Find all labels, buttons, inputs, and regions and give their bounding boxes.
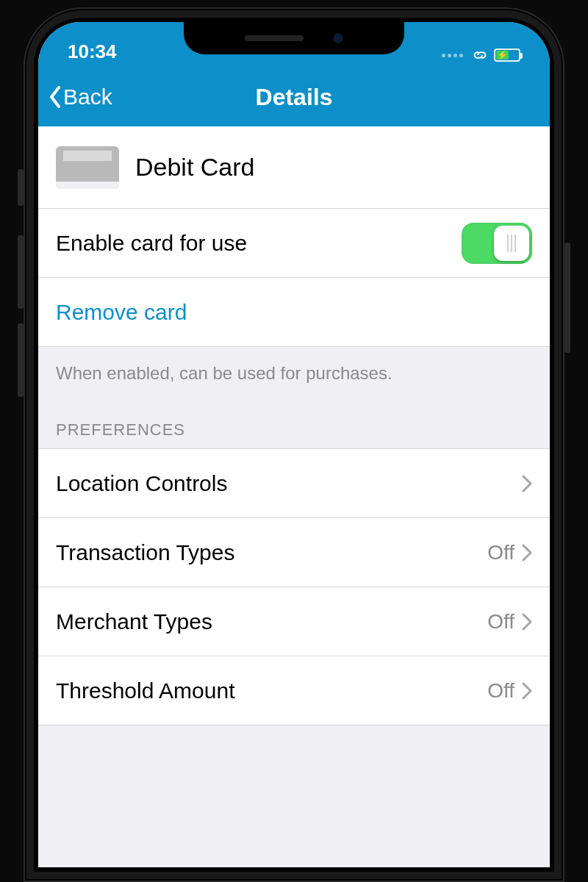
- charging-bolt-icon: ⚡: [497, 51, 508, 60]
- power-button: [564, 243, 570, 353]
- pref-value: Off: [487, 541, 514, 564]
- link-icon: [472, 47, 488, 63]
- status-right: ⚡: [442, 47, 520, 63]
- pref-row-merchant-types[interactable]: Merchant Types Off: [38, 587, 550, 656]
- pref-row-threshold-amount[interactable]: Threshold Amount Off: [38, 656, 550, 725]
- volume-switch: [18, 169, 24, 206]
- chevron-right-icon: [522, 613, 532, 631]
- enable-card-label: Enable card for use: [56, 231, 247, 256]
- battery-icon: ⚡: [494, 49, 520, 62]
- volume-down-button: [18, 323, 24, 397]
- phone-bezel: 10:34 ⚡: [34, 18, 554, 872]
- status-time: 10:34: [68, 40, 117, 63]
- pref-label: Location Controls: [56, 471, 227, 496]
- screen: 10:34 ⚡: [38, 22, 550, 867]
- phone-frame: 10:34 ⚡: [24, 7, 564, 882]
- pref-label: Transaction Types: [56, 540, 234, 565]
- back-button[interactable]: Back: [49, 85, 112, 110]
- card-header-row: Debit Card: [38, 126, 550, 209]
- pref-value: Off: [487, 679, 514, 703]
- nav-bar: Back Details: [38, 68, 550, 126]
- notch: [184, 22, 404, 54]
- chevron-left-icon: [49, 86, 62, 108]
- chevron-right-icon: [522, 544, 532, 562]
- page-title: Details: [38, 84, 550, 111]
- card-icon: [56, 146, 119, 189]
- back-label: Back: [63, 85, 112, 110]
- remove-card-row[interactable]: Remove card: [38, 278, 550, 347]
- toggle-knob: [494, 226, 529, 261]
- footer-note: When enabled, can be used for purchases.: [38, 347, 550, 391]
- remove-card-link: Remove card: [56, 300, 187, 325]
- signal-dots-icon: [442, 54, 463, 57]
- speaker: [245, 35, 304, 41]
- pref-value: Off: [487, 610, 514, 634]
- chevron-right-icon: [522, 682, 532, 700]
- enable-card-toggle[interactable]: [462, 223, 532, 264]
- pref-label: Merchant Types: [56, 609, 212, 634]
- pref-row-location-controls[interactable]: Location Controls: [38, 449, 550, 518]
- enable-card-row: Enable card for use: [38, 209, 550, 278]
- front-camera: [333, 33, 343, 43]
- volume-up-button: [18, 235, 24, 309]
- pref-label: Threshold Amount: [56, 678, 234, 703]
- chevron-right-icon: [522, 475, 532, 492]
- preferences-header: PREFERENCES: [38, 391, 550, 449]
- pref-row-transaction-types[interactable]: Transaction Types Off: [38, 518, 550, 587]
- card-name: Debit Card: [135, 153, 255, 182]
